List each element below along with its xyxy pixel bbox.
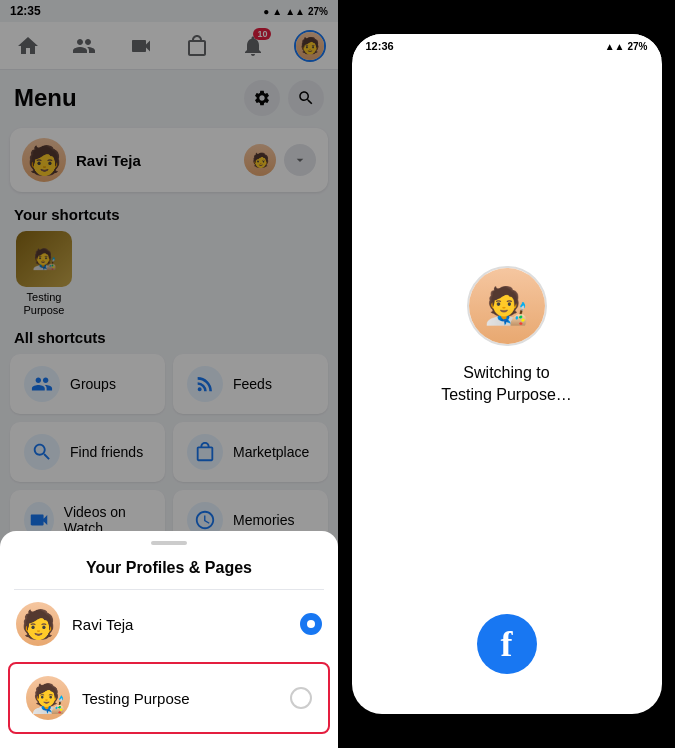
- fb-logo-container: f: [352, 614, 662, 714]
- sheet-profile-testing[interactable]: 🧑‍🎨 Testing Purpose: [8, 662, 330, 734]
- radio-testing: [290, 687, 312, 709]
- left-panel: 12:35 ● ▲ ▲▲ 27% 10 🧑: [0, 0, 338, 748]
- sheet-title: Your Profiles & Pages: [14, 559, 324, 590]
- battery-icon-right: 27%: [627, 41, 647, 52]
- sheet-handle: [151, 541, 187, 545]
- sheet-avatar-testing: 🧑‍🎨: [26, 676, 70, 720]
- switching-avatar-image: 🧑‍🎨: [469, 268, 545, 344]
- right-panel: 12:36 ▲▲ 27% 🧑‍🎨 Switching toTesting Pur…: [338, 0, 675, 748]
- switching-content: 🧑‍🎨 Switching toTesting Purpose…: [352, 58, 662, 614]
- sheet-avatar-ravi: 🧑: [16, 602, 60, 646]
- sheet-profile-ravi[interactable]: 🧑 Ravi Teja: [0, 590, 338, 658]
- switching-text: Switching toTesting Purpose…: [441, 362, 572, 407]
- facebook-logo: f: [477, 614, 537, 674]
- switching-text-label: Switching toTesting Purpose…: [441, 364, 572, 403]
- switching-avatar: 🧑‍🎨: [467, 266, 547, 346]
- radio-ravi: [300, 613, 322, 635]
- status-bar-right: 12:36 ▲▲ 27%: [352, 34, 662, 58]
- time-right: 12:36: [366, 40, 394, 52]
- right-phone: 12:36 ▲▲ 27% 🧑‍🎨 Switching toTesting Pur…: [352, 34, 662, 714]
- status-icons-right: ▲▲ 27%: [605, 41, 648, 52]
- wifi-icon-right: ▲▲: [605, 41, 625, 52]
- ravi-avatar-image: 🧑: [16, 602, 60, 646]
- testing-avatar-image: 🧑‍🎨: [26, 676, 70, 720]
- sheet-name-testing: Testing Purpose: [82, 690, 278, 707]
- bottom-sheet: Your Profiles & Pages 🧑 Ravi Teja 🧑‍🎨 Te…: [0, 531, 338, 748]
- sheet-name-ravi: Ravi Teja: [72, 616, 288, 633]
